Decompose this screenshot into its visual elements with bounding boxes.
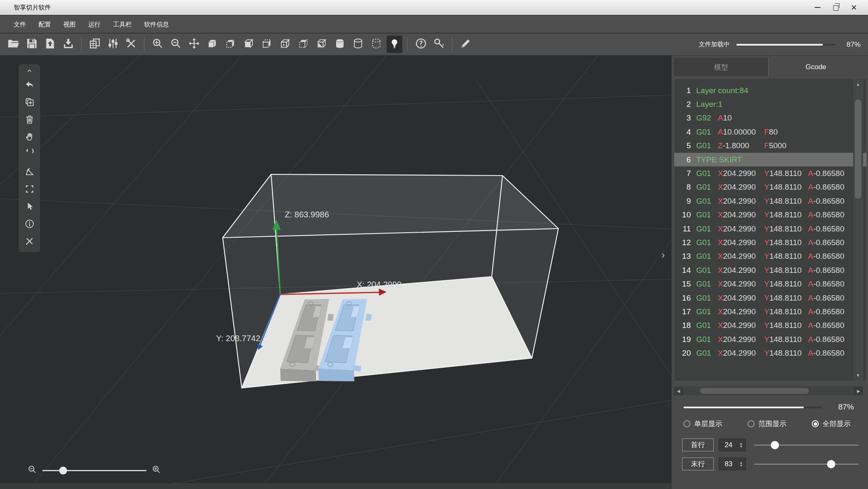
view-back-button[interactable] [223,36,238,53]
menu-config[interactable]: 配置 [32,15,57,33]
view-wireframe-button[interactable] [277,36,293,53]
delete-button[interactable] [19,111,40,129]
gcode-line-14[interactable]: 14G01X204.2990Y148.8110A-0.86580 [674,263,866,277]
collapse-up-button[interactable] [19,66,40,77]
radio-label: 范围显示 [758,419,786,429]
first-line-button[interactable]: 首行 [682,438,714,451]
horizontal-scroll-thumb[interactable] [700,388,809,394]
minimize-button[interactable] [808,0,827,15]
adjust-sliders-button[interactable] [105,36,121,53]
info-button[interactable] [19,216,40,233]
gcode-line-13[interactable]: 13G01X204.2990Y148.8110A-0.86580 [674,250,866,263]
view-top-button[interactable] [296,36,311,53]
vertical-scroll-thumb[interactable] [855,99,861,199]
duplicate-button[interactable] [19,94,40,111]
tools-button[interactable] [123,36,139,53]
pan-button[interactable] [19,129,40,146]
gcode-line-8[interactable]: 8G01X204.2990Y148.8110A-0.86580 [674,181,866,194]
restore-button[interactable] [827,0,845,15]
viewport-3d[interactable]: Z: 863.9986 X: 204.2990 Y: 208.7742 › [0,55,671,489]
gcode-line-19[interactable]: 19G01X204.2990Y148.8110A-0.86580 [674,332,866,346]
first-line-slider[interactable] [754,438,858,451]
gcode-line-17[interactable]: 17G01X204.2990Y148.8110A-0.86580 [674,305,866,318]
gcode-field: X204.2990 [718,307,764,316]
select-button[interactable] [19,198,40,216]
menu-run[interactable]: 运行 [82,15,107,33]
menu-toolbar[interactable]: 工具栏 [107,15,138,33]
gcode-vertical-scrollbar[interactable]: ▲ ▼ [853,79,863,381]
gcode-line-18[interactable]: 18G01X204.2990Y148.8110A-0.86580 [674,319,866,332]
batch-copy-button[interactable] [87,36,103,53]
view-right-button[interactable] [259,36,275,53]
panel-collapse-chevron-icon[interactable]: › [661,250,665,260]
export-gcode-button[interactable] [60,36,76,53]
move-button[interactable] [186,36,202,53]
cylinder-solid-button[interactable] [332,36,348,53]
spinner-arrows-icon[interactable]: ▲▼ [738,461,745,467]
annotate-button[interactable] [458,36,474,53]
first-line-slider-knob[interactable] [771,441,779,449]
gcode-line-5[interactable]: 5G01Z-1.8000F5000 [674,139,866,153]
keygen-button[interactable] [431,36,447,53]
gcode-line-2[interactable]: 2Layer:1 [674,97,866,111]
scroll-left-icon[interactable]: ◀ [674,386,683,395]
zoom-in-icon[interactable] [151,465,161,476]
radio-single-layer[interactable]: 单层显示 [683,419,722,429]
menu-view[interactable]: 视图 [57,15,82,33]
last-line-slider[interactable] [754,458,858,470]
folder-open-button[interactable] [6,36,22,53]
gcode-line-7[interactable]: 7G01X204.2990Y148.8110A-0.86580 [674,166,866,180]
last-line-button[interactable]: 末行 [682,458,714,470]
scroll-down-icon[interactable]: ▼ [853,371,863,380]
gcode-line-10[interactable]: 10G01X204.2990Y148.8110A-0.86580 [674,208,866,222]
gcode-line-15[interactable]: 15G01X204.2990Y148.8110A-0.86580 [674,277,866,291]
view-solid-button[interactable] [204,36,220,53]
view-cut-button[interactable] [314,36,329,53]
import-model-button[interactable] [42,36,58,53]
mirror-button[interactable] [19,164,40,181]
scroll-up-icon[interactable]: ▲ [853,79,863,89]
last-line-spinner[interactable]: 83▲▼ [719,458,746,470]
menu-file[interactable]: 文件 [7,15,32,33]
gcode-line-16[interactable]: 16G01X204.2990Y148.8110A-0.86580 [674,291,866,305]
menu-about[interactable]: 软件信息 [138,15,175,33]
gcode-line-1[interactable]: 1Layer count:84 [674,84,866,97]
gcode-line-11[interactable]: 11G01X204.2990Y148.8110A-0.86580 [674,222,866,236]
save-button[interactable] [24,36,40,53]
spinner-arrows-icon[interactable]: ▲▼ [738,442,745,448]
repair-button[interactable] [19,233,40,251]
zoom-out-button[interactable] [168,36,184,53]
radio-range[interactable]: 范围显示 [748,419,786,429]
gcode-line-6[interactable]: 6TYPE:SKIRT [674,153,866,166]
scroll-right-icon[interactable]: ▶ [854,386,863,395]
gcode-line-20[interactable]: 20G01X204.2990Y148.8110A-0.86580 [674,346,866,360]
gcode-field: Z-1.8000 [718,141,764,150]
help-button[interactable] [413,36,429,53]
gcode-horizontal-scrollbar[interactable]: ◀ ▶ [674,386,863,395]
rotate-button[interactable] [19,146,40,164]
last-line-slider-knob[interactable] [827,460,835,468]
horizontal-scroll-track[interactable] [683,386,854,395]
gcode-list[interactable]: 1Layer count:842Layer:13G92A104G01A10.00… [674,78,867,381]
scene-canvas[interactable]: Z: 863.9986 X: 204.2990 Y: 208.7742 [0,55,671,489]
zoom-slider-knob[interactable] [59,467,67,475]
undo-button[interactable] [19,77,40,94]
gcode-line-9[interactable]: 9G01X204.2990Y148.8110A-0.86580 [674,194,866,208]
tab-gcode[interactable]: Gcode [768,58,863,76]
gcode-line-4[interactable]: 4G01A10.00000F80 [674,125,866,139]
tab-model[interactable]: 模型 [674,58,768,76]
radio-all[interactable]: 全部显示 [812,419,851,429]
fit-view-button[interactable] [19,181,40,198]
light-bulb-button[interactable] [387,36,402,53]
cylinder-wire-button[interactable] [350,36,366,53]
cylinder-dash-button[interactable] [368,36,384,53]
zoom-out-icon[interactable] [27,465,37,476]
zoom-in-button[interactable] [150,36,166,53]
gcode-line-3[interactable]: 3G92A10 [674,111,866,125]
first-line-spinner[interactable]: 24▲▼ [719,438,746,451]
gcode-line-12[interactable]: 12G01X204.2990Y148.8110A-0.86580 [674,236,866,249]
close-button[interactable]: × [845,0,863,15]
y-axis-label: Y: 208.7742 [216,334,260,343]
view-front-button[interactable] [241,36,257,53]
zoom-slider[interactable] [42,470,147,471]
